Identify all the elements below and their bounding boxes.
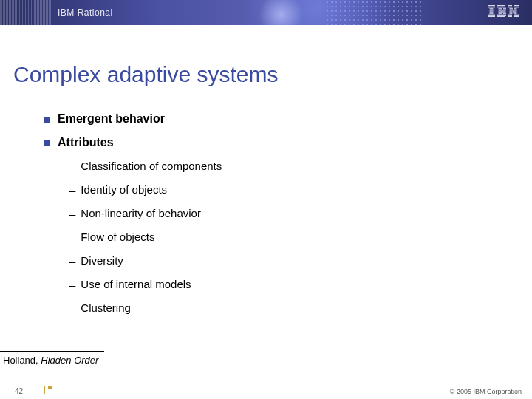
bullet-l2-text: Non-linearity of behavior [81, 207, 201, 219]
svg-rect-24 [510, 10, 517, 10]
bullet-l2: – Clustering [69, 301, 473, 316]
svg-rect-31 [514, 15, 519, 16]
svg-rect-9 [497, 7, 506, 7]
slide-title: Complex adaptive systems [13, 62, 278, 87]
svg-rect-5 [490, 13, 494, 14]
svg-rect-18 [508, 5, 512, 6]
bullet-l2: – Non-linearity of behavior [69, 207, 473, 222]
svg-rect-16 [497, 15, 506, 16]
bullet-l2: – Classification of components [69, 160, 473, 174]
square-bullet-icon [44, 140, 50, 146]
bullet-l2-text: Identity of objects [81, 183, 167, 196]
svg-rect-25 [510, 11, 513, 12]
citation-author: Holland, [3, 355, 38, 366]
svg-rect-3 [490, 10, 494, 10]
bullet-l2-text: Clustering [81, 301, 131, 314]
svg-rect-2 [490, 8, 494, 9]
svg-rect-17 [497, 16, 505, 17]
svg-rect-4 [490, 11, 494, 12]
citation-title: Hidden Order [41, 355, 98, 366]
bullet-l2: – Identity of objects [69, 183, 473, 198]
bullet-l2-text: Use of internal models [81, 278, 191, 290]
sub-bullet-list: – Classification of components – Identit… [69, 160, 473, 316]
svg-rect-12 [499, 10, 506, 10]
svg-rect-19 [514, 5, 519, 6]
svg-rect-27 [514, 11, 517, 12]
square-bullet-icon [44, 117, 50, 123]
bullet-l1-text: Attributes [58, 136, 114, 149]
svg-rect-21 [514, 7, 519, 7]
header-decor-circle-small [259, 0, 303, 25]
dash-bullet-icon: – [69, 207, 75, 222]
ibm-logo-icon [488, 5, 519, 20]
svg-rect-8 [497, 5, 505, 6]
dash-bullet-icon: – [69, 160, 75, 174]
citation-box: Holland, Hidden Order [0, 351, 104, 369]
svg-rect-14 [499, 13, 502, 14]
footer-decor-icon [35, 384, 58, 398]
svg-rect-7 [488, 16, 495, 17]
svg-rect-11 [503, 8, 506, 9]
bullet-l2: – Use of internal models [69, 278, 473, 293]
svg-rect-30 [508, 15, 512, 16]
svg-rect-10 [499, 8, 502, 9]
svg-rect-13 [499, 11, 506, 12]
slide-body: Emergent behavior Attributes – Classific… [44, 106, 473, 325]
header-bar: IBM Rational [0, 0, 532, 25]
bullet-l2-text: Diversity [81, 254, 123, 267]
svg-rect-26 [513, 11, 514, 12]
header-product-label: IBM Rational [58, 7, 113, 18]
bullet-l1: Attributes [44, 136, 473, 149]
slide: IBM Rational [0, 0, 532, 399]
svg-rect-6 [488, 15, 495, 16]
bullet-l1-text: Emergent behavior [58, 112, 165, 126]
svg-rect-20 [508, 7, 513, 7]
svg-rect-1 [488, 7, 495, 7]
dash-bullet-icon: – [69, 278, 75, 293]
svg-rect-0 [488, 5, 495, 6]
svg-rect-23 [514, 8, 517, 9]
svg-rect-32 [508, 16, 512, 17]
bullet-l2: – Diversity [69, 254, 473, 269]
svg-rect-29 [514, 13, 517, 14]
dash-bullet-icon: – [69, 183, 75, 198]
dash-bullet-icon: – [69, 254, 75, 269]
bullet-l1: Emergent behavior [44, 112, 473, 126]
bullet-l2: – Flow of objects [69, 231, 473, 245]
dash-bullet-icon: – [69, 231, 75, 245]
footer: 42 © 2005 IBM Corporation [0, 383, 532, 399]
bullet-l2-text: Classification of components [81, 160, 222, 172]
svg-rect-33 [514, 16, 519, 17]
svg-rect-28 [510, 13, 513, 14]
dash-bullet-icon: – [69, 301, 75, 316]
copyright-text: © 2005 IBM Corporation [450, 388, 522, 395]
bullet-l2-text: Flow of objects [81, 231, 154, 243]
svg-rect-15 [503, 13, 506, 14]
svg-rect-22 [510, 8, 514, 9]
page-number: 42 [15, 387, 23, 395]
